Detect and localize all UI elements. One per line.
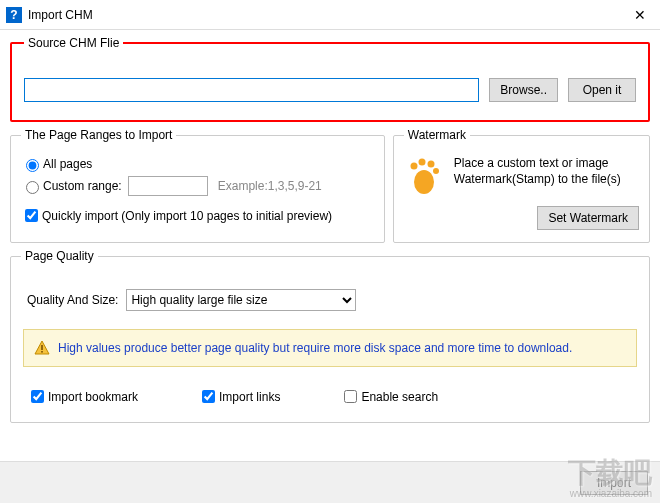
quality-select[interactable]: High quality large file size <box>126 289 356 311</box>
svg-point-4 <box>433 168 439 174</box>
open-button[interactable]: Open it <box>568 78 636 102</box>
watermark-group: Watermark Place a custom text or image W… <box>393 128 650 243</box>
enable-search-label: Enable search <box>361 390 438 404</box>
import-bookmark-checkbox[interactable] <box>31 390 44 403</box>
import-links-label: Import links <box>219 390 280 404</box>
svg-point-2 <box>418 159 425 166</box>
app-icon: ? <box>6 7 22 23</box>
quality-info-text: High values produce better page quality … <box>58 341 572 355</box>
close-button[interactable]: ✕ <box>620 0 660 30</box>
watermark-text: Place a custom text or image Watermark(S… <box>454 156 639 187</box>
ranges-legend: The Page Ranges to Import <box>21 128 176 142</box>
browse-button[interactable]: Browse.. <box>489 78 558 102</box>
ranges-group: The Page Ranges to Import All pages Cust… <box>10 128 385 243</box>
source-path-input[interactable] <box>24 78 479 102</box>
window-title: Import CHM <box>28 8 620 22</box>
import-links-checkbox[interactable] <box>202 390 215 403</box>
source-group: Source CHM Flie Browse.. Open it <box>10 36 650 122</box>
import-bookmark-label: Import bookmark <box>48 390 138 404</box>
svg-rect-7 <box>41 351 43 353</box>
svg-point-3 <box>427 161 434 168</box>
custom-range-radio[interactable] <box>26 181 39 194</box>
quality-group: Page Quality Quality And Size: High qual… <box>10 249 650 423</box>
custom-range-input[interactable] <box>128 176 208 196</box>
svg-point-0 <box>414 170 434 194</box>
footer-bar: Import <box>0 461 660 503</box>
quick-import-label: Quickly import (Only import 10 pages to … <box>42 209 332 223</box>
svg-rect-6 <box>41 345 43 350</box>
quality-label: Quality And Size: <box>27 293 118 307</box>
quality-legend: Page Quality <box>21 249 98 263</box>
warning-icon <box>34 340 50 356</box>
source-legend: Source CHM Flie <box>24 36 123 50</box>
all-pages-label: All pages <box>43 157 92 171</box>
quality-info-box: High values produce better page quality … <box>23 329 637 367</box>
watermark-legend: Watermark <box>404 128 470 142</box>
import-button[interactable]: Import <box>580 471 648 495</box>
all-pages-radio[interactable] <box>26 159 39 172</box>
range-example: Example:1,3,5,9-21 <box>218 179 322 193</box>
quick-import-checkbox[interactable] <box>25 209 38 222</box>
custom-range-label: Custom range: <box>43 179 122 193</box>
titlebar: ? Import CHM ✕ <box>0 0 660 30</box>
set-watermark-button[interactable]: Set Watermark <box>537 206 639 230</box>
enable-search-checkbox[interactable] <box>344 390 357 403</box>
footprint-icon <box>404 156 444 196</box>
svg-point-1 <box>410 163 417 170</box>
